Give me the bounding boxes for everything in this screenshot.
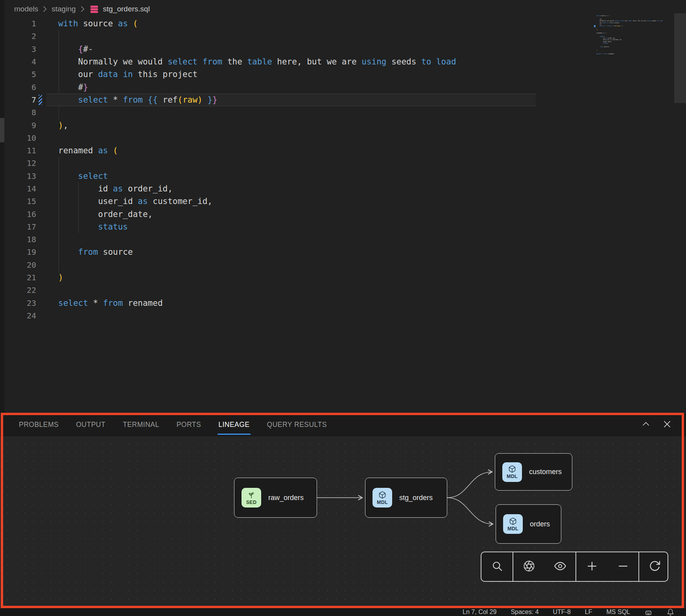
code-editor[interactable]: 1with source as (23 {#-4 Normally we wou…: [0, 17, 686, 322]
status-language-mode[interactable]: MS SQL: [607, 609, 630, 616]
code-line[interactable]: 8: [0, 106, 686, 119]
search-button[interactable]: [481, 552, 513, 581]
code-line[interactable]: 1with source as (: [0, 17, 686, 30]
code-text: id as order_id,: [58, 184, 173, 193]
tab-ports[interactable]: PORTS: [177, 413, 201, 436]
code-line[interactable]: 7 select * from {{ ref(raw) }}: [0, 94, 686, 106]
line-number: 21: [0, 273, 36, 282]
code-line[interactable]: 9),: [0, 119, 686, 131]
panel-actions: [640, 413, 673, 436]
aperture-button[interactable]: [513, 552, 544, 581]
code-text: ),: [58, 121, 68, 130]
line-number: 24: [0, 311, 36, 320]
code-text: user_id as customer_id,: [58, 197, 212, 206]
breadcrumb: modelsstagingstg_orders.sql: [14, 3, 150, 15]
edge-stg_orders-to-customers: [447, 472, 492, 498]
code-text: order_date,: [58, 210, 153, 219]
lineage-node-stg_orders[interactable]: MDLstg_orders: [365, 478, 447, 518]
code-line[interactable]: 19 from source: [0, 246, 686, 258]
breadcrumb-item-models[interactable]: models: [14, 5, 38, 13]
close-button[interactable]: [662, 419, 673, 430]
lineage-node-raw_orders[interactable]: SEDraw_orders: [234, 478, 317, 518]
code-line[interactable]: 18: [0, 233, 686, 246]
line-number: 23: [0, 298, 36, 308]
panel-tab-bar: PROBLEMSOUTPUTTERMINALPORTSLINEAGEQUERY …: [0, 413, 686, 436]
code-text: our data in this project: [58, 70, 197, 79]
search-icon: [491, 560, 503, 574]
model-icon: [508, 465, 516, 473]
line-number: 3: [0, 44, 36, 54]
line-number: 11: [0, 146, 36, 155]
minimap-cursor-marker: [594, 25, 596, 27]
code-line[interactable]: 3 {#-: [0, 43, 686, 55]
lineage-toolbar: [481, 552, 668, 582]
code-line[interactable]: 17 status: [0, 221, 686, 233]
tab-terminal[interactable]: TERMINAL: [123, 413, 159, 436]
line-number: 4: [0, 57, 36, 66]
code-line[interactable]: 23select * from renamed: [0, 297, 686, 309]
code-line[interactable]: 6 #}: [0, 81, 686, 93]
lineage-node-orders[interactable]: MDLorders: [496, 504, 561, 544]
eye-icon: [554, 560, 566, 574]
code-line[interactable]: 11renamed as (: [0, 144, 686, 157]
line-number: 18: [0, 235, 36, 244]
line-number: 15: [0, 197, 36, 206]
code-line[interactable]: 14 id as order_id,: [0, 182, 686, 195]
refresh-button[interactable]: [639, 552, 668, 581]
minimap-slider[interactable]: [674, 13, 686, 103]
edge-stg_orders-to-orders: [447, 498, 493, 524]
code-line[interactable]: 4 Normally we would select from the tabl…: [0, 55, 686, 68]
line-number: 10: [0, 133, 36, 143]
line-number: 1: [0, 19, 36, 28]
line-number: 7: [0, 95, 36, 105]
code-text: with source as (: [58, 19, 138, 28]
toolbar-group: [481, 552, 513, 581]
badge-label: SED: [246, 500, 257, 505]
eye-button[interactable]: [544, 552, 575, 581]
bell-icon[interactable]: [667, 609, 674, 616]
badge-model: MDL: [373, 488, 392, 508]
breadcrumb-file-name[interactable]: stg_orders.sql: [103, 5, 150, 13]
aperture-icon: [523, 560, 535, 574]
status-eol[interactable]: LF: [585, 609, 592, 616]
code-line[interactable]: 13 select: [0, 170, 686, 182]
lineage-node-customers[interactable]: MDLcustomers: [495, 453, 572, 491]
lineage-canvas[interactable]: SEDraw_ordersMDLstg_ordersMDLcustomersMD…: [0, 436, 686, 608]
vscode-window: modelsstagingstg_orders.sql 1with source…: [0, 0, 686, 616]
minimap[interactable]: with source as ( {#- Normally we would s…: [596, 15, 671, 56]
status-encoding[interactable]: UTF-8: [553, 609, 571, 616]
tab-output[interactable]: OUTPUT: [76, 413, 105, 436]
tab-lineage[interactable]: LINEAGE: [218, 413, 249, 436]
code-line[interactable]: 21): [0, 271, 686, 284]
status-cursor-position[interactable]: Ln 7, Col 29: [463, 609, 496, 616]
modified-line-marker: [39, 95, 42, 105]
toolbar-group: [575, 552, 638, 581]
tab-query-results[interactable]: QUERY RESULTS: [267, 413, 327, 436]
code-text: status: [58, 222, 128, 232]
chevron-up-button[interactable]: [640, 419, 651, 430]
close-icon: [662, 419, 672, 431]
seed-icon: [247, 491, 255, 499]
zoom-in-icon: [586, 560, 598, 574]
chevron-up-icon: [641, 419, 651, 431]
code-line[interactable]: 15 user_id as customer_id,: [0, 195, 686, 208]
code-line[interactable]: 16 order_date,: [0, 208, 686, 220]
code-line[interactable]: 10: [0, 132, 686, 144]
breadcrumb-item-staging[interactable]: staging: [52, 5, 76, 13]
toolbar-group: [513, 552, 575, 581]
code-line[interactable]: 2: [0, 30, 686, 42]
status-indentation[interactable]: Spaces: 4: [511, 609, 538, 616]
copilot-icon[interactable]: [644, 608, 653, 616]
code-line[interactable]: 24: [0, 309, 686, 322]
code-text: select * from renamed: [58, 298, 163, 308]
code-line[interactable]: 20: [0, 259, 686, 271]
line-number: 12: [0, 158, 36, 168]
node-label: raw_orders: [268, 494, 304, 502]
code-line[interactable]: 12: [0, 157, 686, 169]
zoom-out-button[interactable]: [607, 552, 638, 581]
line-number: 17: [0, 222, 36, 232]
zoom-in-button[interactable]: [576, 552, 607, 581]
code-line[interactable]: 22: [0, 284, 686, 296]
code-line[interactable]: 5 our data in this project: [0, 68, 686, 81]
tab-problems[interactable]: PROBLEMS: [19, 413, 59, 436]
